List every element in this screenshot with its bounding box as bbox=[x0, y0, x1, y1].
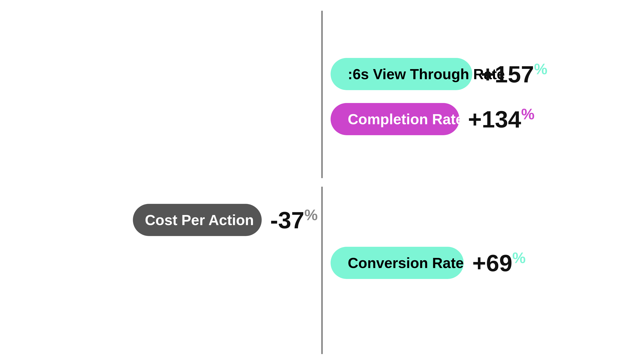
view-through-rate-value: +157% bbox=[481, 60, 548, 88]
view-through-rate-bar: :6s View Through Rate bbox=[330, 58, 472, 90]
conversion-rate-number: +69 bbox=[472, 250, 512, 276]
cost-per-action-label: Cost Per Action bbox=[145, 212, 254, 228]
cost-per-action-value: -37% bbox=[270, 206, 318, 234]
conversion-rate-row: Conversion Rate +69% bbox=[330, 247, 526, 279]
view-through-rate-number: +157 bbox=[481, 61, 534, 87]
view-through-rate-row: :6s View Through Rate +157% bbox=[330, 58, 548, 90]
cost-per-action-percent: % bbox=[304, 207, 318, 223]
conversion-rate-percent: % bbox=[512, 250, 526, 266]
cost-per-action-bar: Cost Per Action bbox=[133, 204, 262, 236]
completion-rate-bar: Completion Rate bbox=[330, 103, 460, 135]
completion-rate-value: +134% bbox=[468, 106, 534, 133]
cost-per-action-number: -37 bbox=[270, 207, 304, 233]
completion-rate-percent: % bbox=[521, 106, 534, 122]
completion-rate-label: Completion Rate bbox=[348, 111, 464, 127]
completion-rate-row: Completion Rate +134% bbox=[330, 103, 534, 135]
divider-bottom bbox=[322, 187, 322, 354]
conversion-rate-label: Conversion Rate bbox=[348, 255, 464, 271]
conversion-rate-bar: Conversion Rate bbox=[330, 247, 464, 279]
conversion-rate-value: +69% bbox=[472, 249, 526, 277]
completion-rate-number: +134 bbox=[468, 106, 521, 132]
chart-container: :6s View Through Rate +157% Completion R… bbox=[0, 0, 644, 362]
top-section: :6s View Through Rate +157% Completion R… bbox=[0, 17, 644, 176]
view-through-rate-percent: % bbox=[534, 61, 548, 77]
cost-per-action-row: -37% Cost Per Action bbox=[133, 204, 318, 236]
